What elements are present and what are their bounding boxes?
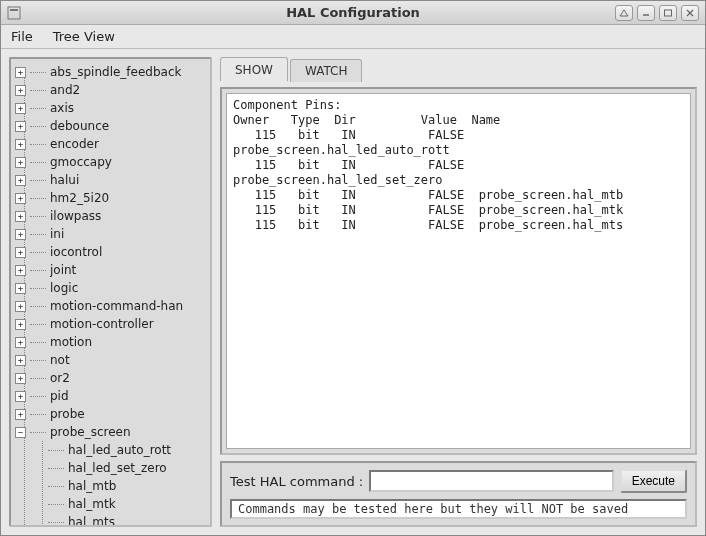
app-window: HAL Configuration File Tree View +abs_sp… [0,0,706,536]
tree-node[interactable]: −probe_screen [15,423,206,441]
tree-label[interactable]: logic [50,279,78,297]
svg-rect-1 [10,9,18,11]
expand-icon[interactable]: + [15,265,26,276]
output-text[interactable]: Component Pins: Owner Type Dir Value Nam… [226,93,691,449]
expand-icon[interactable]: + [15,175,26,186]
tree-node[interactable]: +axis [15,99,206,117]
expand-icon[interactable]: + [15,391,26,402]
tree-node[interactable]: +ilowpass [15,207,206,225]
command-row: Test HAL command : Execute [230,469,687,493]
expand-icon[interactable]: + [15,211,26,222]
minimize-icon[interactable] [637,5,655,21]
tree-node[interactable]: +encoder [15,135,206,153]
tree-node[interactable]: +not [15,351,206,369]
expand-icon[interactable]: + [15,247,26,258]
expand-icon[interactable]: + [15,373,26,384]
tree-label[interactable]: joint [50,261,76,279]
tree-node[interactable]: +abs_spindle_feedback [15,63,206,81]
tree-label[interactable]: pid [50,387,69,405]
expand-icon[interactable]: + [15,229,26,240]
tree-label[interactable]: abs_spindle_feedback [50,63,182,81]
tab-show[interactable]: SHOW [220,57,288,81]
tree-leaf[interactable]: hal_mtb [15,477,206,495]
svg-rect-3 [665,10,672,16]
expand-icon[interactable]: + [15,103,26,114]
window-title: HAL Configuration [286,5,420,20]
tree-leaf[interactable]: hal_led_auto_rott [15,441,206,459]
tree-label[interactable]: motion-command-han [50,297,183,315]
expand-icon[interactable]: + [15,319,26,330]
tree-node[interactable]: +gmoccapy [15,153,206,171]
tree-label[interactable]: debounce [50,117,109,135]
expand-icon[interactable]: + [15,301,26,312]
content-area: +abs_spindle_feedback+and2+axis+debounce… [1,49,705,535]
output-frame: Component Pins: Owner Type Dir Value Nam… [220,87,697,455]
right-panel: SHOW WATCH Component Pins: Owner Type Di… [220,57,697,527]
menu-file[interactable]: File [7,27,37,46]
tree-node[interactable]: +hm2_5i20 [15,189,206,207]
tree-label[interactable]: encoder [50,135,99,153]
expand-icon[interactable]: + [15,193,26,204]
tree-node[interactable]: +motion-controller [15,315,206,333]
command-status: Commands may be tested here but they wil… [230,499,687,519]
tree-leaf[interactable]: hal_led_set_zero [15,459,206,477]
tree-label[interactable]: probe [50,405,85,423]
tree-node[interactable]: +logic [15,279,206,297]
app-icon [7,6,21,20]
tree-label[interactable]: gmoccapy [50,153,112,171]
tree-label[interactable]: ini [50,225,64,243]
expand-icon[interactable]: + [15,355,26,366]
tree-leaf[interactable]: hal_mtk [15,495,206,513]
tree-label[interactable]: iocontrol [50,243,102,261]
close-icon[interactable] [681,5,699,21]
tree-label[interactable]: hal_led_set_zero [68,459,167,477]
menu-treeview[interactable]: Tree View [49,27,119,46]
expand-icon[interactable]: + [15,337,26,348]
expand-icon[interactable]: + [15,85,26,96]
tree-label[interactable]: halui [50,171,79,189]
tree-node[interactable]: +motion [15,333,206,351]
tree-label[interactable]: motion [50,333,92,351]
tree-node[interactable]: +ini [15,225,206,243]
tree-node[interactable]: +or2 [15,369,206,387]
tree-label[interactable]: ilowpass [50,207,101,225]
tree-node[interactable]: +debounce [15,117,206,135]
execute-button[interactable]: Execute [620,469,687,493]
tree-label[interactable]: hal_led_auto_rott [68,441,171,459]
maximize-icon[interactable] [659,5,677,21]
tree-label[interactable]: motion-controller [50,315,154,333]
tree-node[interactable]: +motion-command-han [15,297,206,315]
expand-icon[interactable]: + [15,139,26,150]
tree-panel: +abs_spindle_feedback+and2+axis+debounce… [9,57,212,527]
restore-icon[interactable] [615,5,633,21]
tree-label[interactable]: hm2_5i20 [50,189,109,207]
tree-node[interactable]: +and2 [15,81,206,99]
tree-node[interactable]: +iocontrol [15,243,206,261]
tree-leaf[interactable]: hal_mts [15,513,206,527]
tree-label[interactable]: axis [50,99,74,117]
command-input[interactable] [369,470,613,492]
tree-label[interactable]: hal_mtb [68,477,116,495]
window-controls [615,5,699,21]
tree-label[interactable]: hal_mts [68,513,115,527]
expand-icon[interactable]: + [15,157,26,168]
collapse-icon[interactable]: − [15,427,26,438]
tree-label[interactable]: probe_screen [50,423,131,441]
tab-watch[interactable]: WATCH [290,59,363,82]
expand-icon[interactable]: + [15,121,26,132]
tree-label[interactable]: or2 [50,369,70,387]
expand-icon[interactable]: + [15,409,26,420]
svg-rect-0 [8,7,20,19]
expand-icon[interactable]: + [15,67,26,78]
command-frame: Test HAL command : Execute Commands may … [220,461,697,527]
tree-node[interactable]: +probe [15,405,206,423]
tree-label[interactable]: hal_mtk [68,495,116,513]
tree-node[interactable]: +pid [15,387,206,405]
tree-node[interactable]: +joint [15,261,206,279]
tree-label[interactable]: not [50,351,70,369]
tree-node[interactable]: +halui [15,171,206,189]
expand-icon[interactable]: + [15,283,26,294]
command-label: Test HAL command : [230,474,363,489]
tree-label[interactable]: and2 [50,81,80,99]
tabs: SHOW WATCH [220,57,697,81]
